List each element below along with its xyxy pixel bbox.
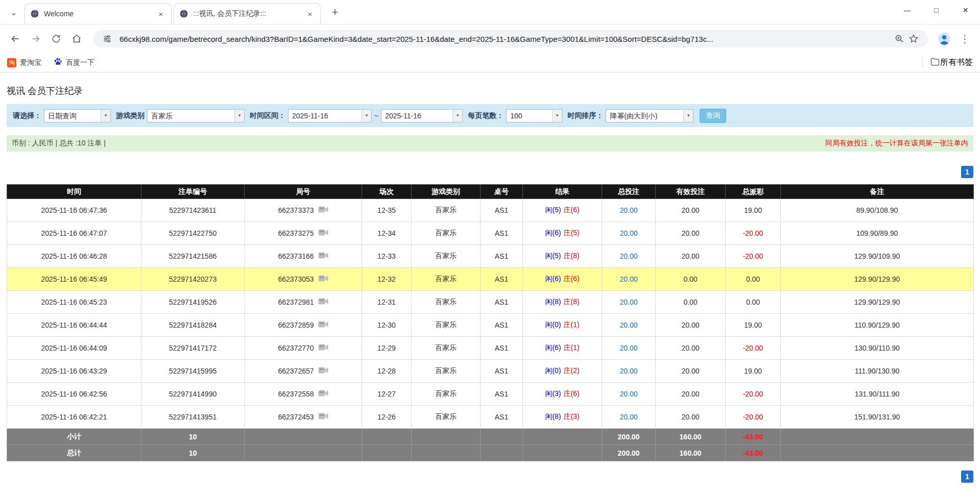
chevron-down-icon[interactable]: ▼ — [101, 110, 110, 122]
address-bar[interactable]: 66cxkj98.com/game/betrecord_search/kind3… — [93, 30, 928, 47]
zoom-icon[interactable] — [892, 32, 906, 46]
back-button[interactable] — [5, 29, 26, 49]
video-replay-icon[interactable] — [318, 275, 328, 284]
total-bet-link[interactable]: 20.00 — [619, 298, 637, 306]
chevron-down-icon[interactable]: ▼ — [552, 110, 562, 122]
tab-title: Welcome — [44, 10, 153, 18]
video-replay-icon[interactable] — [318, 252, 328, 261]
profile-avatar[interactable] — [934, 29, 954, 49]
tab-betrecord[interactable]: :::视讯, 会员下注纪录::: × — [174, 3, 321, 24]
table-row: 2025-11-16 06:46:28522971421586662373166… — [7, 245, 974, 268]
url-text[interactable]: 66cxkj98.com/game/betrecord_search/kind3… — [119, 35, 892, 43]
maximize-button[interactable]: □ — [922, 0, 951, 20]
table-row: 2025-11-16 06:47:36522971423611662373373… — [7, 199, 974, 222]
page-button-1[interactable]: 1 — [961, 166, 973, 178]
table-row: 2025-11-16 06:45:49522971420273662373053… — [7, 268, 974, 291]
video-replay-icon[interactable] — [318, 206, 328, 215]
column-header: 总派彩 — [726, 185, 781, 199]
cell-valid-bet: 20.00 — [656, 222, 726, 245]
total-bet-link[interactable]: 20.00 — [619, 206, 637, 214]
column-header: 游戏类别 — [412, 185, 481, 199]
cell-valid-bet: 0.00 — [656, 268, 726, 291]
chevron-down-icon[interactable]: ▼ — [683, 110, 693, 122]
new-tab-button[interactable]: + — [327, 4, 343, 20]
close-button[interactable]: ✕ — [951, 0, 980, 20]
all-bookmarks[interactable]: 所有书签 — [922, 57, 973, 69]
baidu-paw-icon — [54, 57, 62, 68]
cell-time: 2025-11-16 06:42:21 — [7, 406, 141, 429]
total-bet-link[interactable]: 20.00 — [619, 390, 637, 398]
video-replay-icon[interactable] — [318, 343, 328, 353]
cell-empty — [481, 429, 523, 445]
cell-note: 151.90/131.90 — [781, 406, 974, 429]
menu-icon[interactable]: ⋮ — [954, 29, 975, 49]
cell-bet-id: 522971422750 — [141, 222, 245, 245]
minimize-button[interactable]: — — [893, 0, 922, 20]
result-banker: 庄(6) — [564, 275, 580, 283]
video-replay-icon[interactable] — [318, 320, 328, 330]
video-replay-icon[interactable] — [318, 229, 328, 238]
cell-payout: 0.00 — [726, 268, 781, 291]
cell-empty — [362, 429, 412, 445]
sort-select[interactable]: 降幂(由大到小) ▼ — [606, 109, 694, 122]
cell-game-type: 百家乐 — [412, 268, 481, 291]
video-replay-icon[interactable] — [318, 298, 328, 307]
cell-payout: 19.00 — [726, 314, 781, 337]
date-end-select[interactable]: 2025-11-16 ▼ — [381, 109, 463, 122]
chevron-down-icon[interactable]: ▼ — [362, 110, 371, 122]
video-replay-icon[interactable] — [318, 412, 328, 422]
result-banker: 庄(5) — [564, 229, 580, 237]
cell-table-no: AS1 — [481, 291, 523, 314]
total-bet-link[interactable]: 20.00 — [619, 275, 637, 283]
query-type-select[interactable]: 日期查询 ▼ — [44, 109, 111, 122]
cell-result: 闲(6)庄(1) — [523, 337, 602, 360]
tab-search-button[interactable]: ⌄ — [5, 4, 22, 21]
column-header: 场次 — [362, 185, 412, 199]
cell-game-type: 百家乐 — [412, 245, 481, 268]
site-info-icon[interactable] — [100, 32, 114, 46]
cell-total-bet: 20.00 — [602, 245, 656, 268]
total-bet-link[interactable]: 20.00 — [619, 252, 637, 260]
result-banker: 庄(3) — [564, 412, 580, 420]
chevron-down-icon[interactable]: ▼ — [452, 110, 462, 122]
cell-payout: -20.00 — [726, 337, 781, 360]
cell-table-no: AS1 — [481, 406, 523, 429]
game-type-select[interactable]: 百家乐 ▼ — [147, 109, 245, 122]
tab-close-icon[interactable]: × — [156, 9, 166, 19]
cell-result: 闲(6)庄(6) — [523, 268, 602, 291]
total-bet-link[interactable]: 20.00 — [619, 413, 637, 421]
home-button[interactable] — [66, 29, 87, 49]
per-page-select[interactable]: 100 ▼ — [506, 109, 562, 122]
date-start-select[interactable]: 2025-11-16 ▼ — [288, 109, 372, 122]
cell-empty — [362, 445, 412, 461]
tab-close-icon[interactable]: × — [305, 9, 315, 19]
tab-welcome[interactable]: Welcome × — [25, 3, 172, 24]
reload-button[interactable] — [46, 29, 66, 49]
total-bet-link[interactable]: 20.00 — [619, 367, 637, 375]
total-bet-link[interactable]: 20.00 — [619, 321, 637, 329]
cell-round: 662372770 — [245, 337, 362, 360]
cell-game-type: 百家乐 — [412, 291, 481, 314]
cell-valid-bet: 20.00 — [656, 199, 726, 222]
video-replay-icon[interactable] — [318, 366, 328, 376]
bookmark-star-icon[interactable] — [906, 32, 921, 46]
cell-round: 662373166 — [245, 245, 362, 268]
cell-table-no: AS1 — [481, 383, 523, 406]
total-bet-link[interactable]: 20.00 — [619, 344, 637, 352]
cell-table-no: AS1 — [481, 199, 523, 222]
page-title: 视讯 会员下注纪录 — [7, 85, 980, 97]
bookmark-aitaobao[interactable]: 淘 爱淘宝 — [7, 58, 41, 67]
page-button-1[interactable]: 1 — [961, 471, 973, 483]
subtotal-valid-bet: 160.00 — [656, 429, 726, 445]
subtotal-count: 10 — [141, 429, 245, 445]
search-button[interactable]: 查询 — [700, 109, 726, 123]
total-bet-link[interactable]: 20.00 — [619, 229, 637, 237]
cell-note: 130.90/110.90 — [781, 337, 974, 360]
forward-button[interactable] — [26, 29, 46, 49]
video-replay-icon[interactable] — [318, 389, 328, 399]
cell-empty — [523, 445, 602, 461]
cell-table-no: AS1 — [481, 222, 523, 245]
chevron-down-icon[interactable]: ▼ — [234, 110, 244, 122]
table-row: 2025-11-16 06:42:21522971413951662372453… — [7, 406, 974, 429]
bookmark-baidu[interactable]: 百度一下 — [54, 57, 94, 68]
